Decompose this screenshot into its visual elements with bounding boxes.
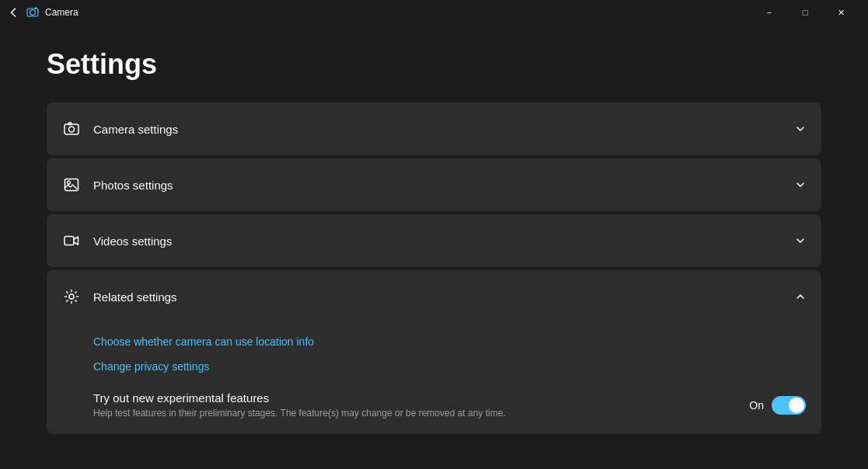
svg-rect-8 (64, 237, 74, 245)
experimental-toggle[interactable] (772, 396, 806, 415)
svg-point-9 (69, 294, 74, 299)
experimental-text: Try out new experimental features Help t… (93, 391, 734, 419)
related-settings-content: Choose whether camera can use location i… (47, 323, 821, 434)
app-title: Camera (45, 7, 751, 18)
experimental-row: Try out new experimental features Help t… (93, 391, 806, 419)
related-settings-section: Related settings Choose whether camera c… (47, 270, 821, 434)
photos-settings-label: Photos settings (93, 179, 795, 192)
videos-chevron-icon (795, 235, 806, 246)
gear-icon (62, 287, 81, 306)
experimental-desc: Help test features in their preliminary … (93, 408, 734, 419)
photo-icon (62, 175, 81, 194)
camera-icon (62, 120, 81, 138)
back-button[interactable] (9, 8, 19, 17)
experimental-title: Try out new experimental features (93, 391, 734, 405)
title-bar: Camera − □ ✕ (0, 0, 868, 25)
videos-settings-label: Videos settings (93, 234, 795, 248)
toggle-container: On (749, 396, 806, 415)
svg-point-4 (69, 127, 75, 132)
minimize-button[interactable]: − (751, 0, 787, 25)
photos-chevron-icon (795, 179, 806, 190)
page-title: Settings (47, 48, 821, 81)
app-icon (26, 6, 39, 19)
video-icon (62, 231, 81, 250)
photos-settings-header[interactable]: Photos settings (47, 158, 821, 211)
related-chevron-icon (795, 291, 806, 302)
svg-point-0 (30, 10, 36, 16)
videos-settings-section: Videos settings (47, 214, 821, 267)
toggle-knob (789, 398, 804, 413)
maximize-button[interactable]: □ (787, 0, 823, 25)
location-link[interactable]: Choose whether camera can use location i… (93, 329, 806, 354)
photos-settings-section: Photos settings (47, 158, 821, 211)
camera-settings-label: Camera settings (93, 123, 795, 136)
svg-rect-3 (64, 124, 78, 134)
videos-settings-header[interactable]: Videos settings (47, 214, 821, 267)
camera-settings-header[interactable]: Camera settings (47, 102, 821, 155)
related-settings-label: Related settings (93, 290, 795, 304)
toggle-label: On (749, 399, 764, 412)
svg-rect-2 (35, 8, 37, 9)
privacy-link[interactable]: Change privacy settings (93, 354, 806, 379)
camera-chevron-icon (795, 123, 806, 134)
close-button[interactable]: ✕ (823, 0, 859, 25)
svg-point-7 (68, 181, 71, 184)
related-settings-header[interactable]: Related settings (47, 270, 821, 323)
main-content: Settings Camera settings (0, 25, 868, 469)
camera-settings-section: Camera settings (47, 102, 821, 155)
window-controls: − □ ✕ (751, 0, 859, 25)
